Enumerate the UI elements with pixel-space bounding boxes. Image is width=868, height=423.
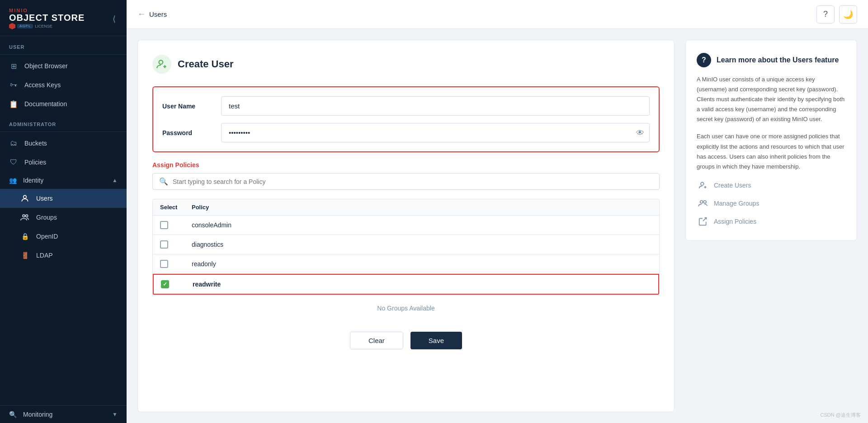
ldap-label: LDAP [36,252,53,259]
policy-checkbox-consoleAdmin[interactable] [160,221,168,229]
users-icon [20,193,30,203]
policy-search-input[interactable] [173,178,653,185]
info-question-icon: ? [697,53,711,67]
password-input[interactable] [221,123,650,142]
policy-checkbox-readwrite[interactable] [161,280,169,288]
policy-label-diagnostics: diagnostics [192,241,652,248]
policy-search-box[interactable]: 🔍 [152,173,660,190]
main-content: ← Users ? 🌙 [127,0,868,423]
ldap-icon: 🚪 [20,250,30,260]
info-paragraph-1: A MinIO user consists of a unique access… [697,75,846,124]
groups-label: Groups [36,214,57,221]
agpl-badge: AGPL [17,24,33,28]
monitoring-label: Monitoring [23,411,52,418]
svg-point-2 [26,215,28,217]
back-arrow-icon[interactable]: ← [137,9,146,19]
monitoring-icon: 🔍 [9,411,17,418]
collapse-sidebar-button[interactable]: ⟨ [111,12,118,26]
assign-policies-link-label: Assign Policies [714,218,756,225]
info-card-title: Learn more about the Users feature [717,56,839,64]
assign-policies-section: Assign Policies 🔍 [152,161,660,190]
sidebar-item-policies[interactable]: 🛡 Policies [0,153,127,172]
breadcrumb-users: Users [149,10,167,18]
buckets-label: Buckets [24,140,47,147]
username-input[interactable] [221,96,650,116]
object-browser-label: Object Browser [24,62,68,70]
info-paragraph-2: Each user can have one or more assigned … [697,132,846,171]
svg-point-9 [700,201,703,203]
card-title-row: Create User [152,55,660,74]
create-users-link-label: Create Users [714,182,751,189]
credentials-section: User Name Password 👁 [152,86,660,152]
agpl-shield-icon [9,23,15,29]
username-field: User Name [162,96,650,116]
policy-label-readwrite: readwrite [193,281,651,288]
logo-title: OBJECT STORE [9,13,85,22]
admin-section-label: Administrator [0,113,127,130]
topbar-actions: ? 🌙 [816,5,857,24]
sidebar-item-buckets[interactable]: 🗂 Buckets [0,134,127,153]
create-user-icon [152,55,171,74]
identity-arrow-icon: ▲ [112,177,118,183]
save-button[interactable]: Save [410,332,462,349]
password-input-wrapper: 👁 [221,123,650,142]
policy-row-readwrite[interactable]: readwrite [153,274,659,295]
sidebar-item-access-keys[interactable]: 🗝 Access Keys [0,75,127,94]
sidebar-sub-item-openid[interactable]: 🔒 OpenID [0,227,127,246]
policy-checkbox-readonly[interactable] [160,260,168,268]
identity-label: Identity [23,177,43,184]
sidebar-item-identity[interactable]: 👥 Identity ▲ [0,172,127,189]
groups-icon [20,212,30,222]
help-button[interactable]: ? [816,5,835,24]
policy-search-icon: 🔍 [159,177,168,186]
username-label: User Name [162,103,221,110]
manage-groups-link-label: Manage Groups [714,200,759,207]
policy-row-consoleAdmin[interactable]: consoleAdmin [153,216,659,235]
buckets-icon: 🗂 [9,139,18,148]
policy-label-readonly: readonly [192,260,652,268]
policy-checkbox-diagnostics[interactable] [160,240,168,249]
policy-table-header: Select Policy [153,199,659,216]
sidebar-item-object-browser[interactable]: ⊞ Object Browser [0,56,127,75]
svg-point-1 [23,215,25,217]
policies-label: Policies [24,159,46,166]
identity-icon: 👥 [9,177,17,184]
create-users-link-icon [697,179,709,192]
svg-point-3 [159,60,163,64]
password-field: Password 👁 [162,123,650,142]
policy-table: Select Policy consoleAdmin diagnostics [152,199,660,295]
page-content: Create User User Name Password 👁 [127,29,868,423]
policy-row-diagnostics[interactable]: diagnostics [153,235,659,254]
users-label: Users [36,195,53,202]
show-password-icon[interactable]: 👁 [636,128,644,137]
topbar: ← Users ? 🌙 [127,0,868,29]
clear-button[interactable]: Clear [350,332,403,349]
svg-point-6 [701,182,704,185]
sidebar-logo: MINIO OBJECT STORE AGPL LICENSE ⟨ [0,0,127,36]
theme-toggle-button[interactable]: 🌙 [839,5,857,24]
assign-policies-link-icon [697,215,709,228]
object-browser-icon: ⊞ [9,61,18,70]
access-keys-label: Access Keys [24,81,61,89]
sidebar-item-documentation[interactable]: 📋 Documentation [0,94,127,113]
info-link-manage-groups[interactable]: Manage Groups [697,197,846,210]
sidebar-item-monitoring[interactable]: 🔍 Monitoring ▼ [0,405,127,423]
sidebar-sub-item-groups[interactable]: Groups [0,208,127,227]
policy-row-readonly[interactable]: readonly [153,254,659,274]
select-col-header: Select [160,204,183,211]
monitoring-arrow-icon: ▼ [112,411,118,418]
create-user-card: Create User User Name Password 👁 [137,40,675,412]
user-section-label: User [0,36,127,52]
access-keys-icon: 🗝 [9,80,18,89]
svg-point-0 [24,195,27,198]
sidebar-sub-item-users[interactable]: Users [0,189,127,208]
svg-point-10 [703,201,706,203]
logo-text: MINIO OBJECT STORE AGPL LICENSE [9,8,85,29]
info-link-create-users[interactable]: Create Users [697,179,846,192]
openid-icon: 🔒 [20,231,30,241]
info-link-assign-policies[interactable]: Assign Policies [697,215,846,228]
policy-label-consoleAdmin: consoleAdmin [192,221,652,229]
manage-groups-link-icon [697,197,709,210]
sidebar-sub-item-ldap[interactable]: 🚪 LDAP [0,246,127,265]
breadcrumb: ← Users [137,9,167,19]
